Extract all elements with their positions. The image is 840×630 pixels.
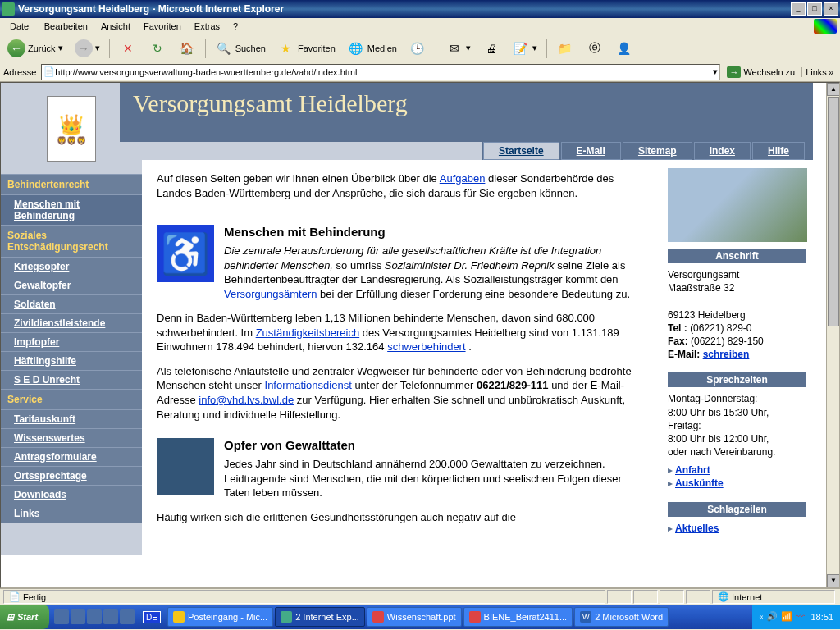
section-head-opfer: Opfer von Gewalttaten xyxy=(157,438,646,452)
home-button[interactable]: 🏠 xyxy=(174,37,200,60)
link-aktuelles[interactable]: Aktuelles xyxy=(675,523,719,534)
link-email-info[interactable]: info@vhd.lvs.bwl.de xyxy=(199,394,294,406)
link-anfahrt[interactable]: Anfahrt xyxy=(675,464,710,476)
nav-antragsformulare[interactable]: Antragsformulare xyxy=(1,447,142,466)
nav-sed-unrecht[interactable]: S E D Unrecht xyxy=(1,370,142,389)
task-outlook[interactable]: Posteingang - Mic... xyxy=(167,607,273,627)
print-button[interactable]: 🖨 xyxy=(478,37,504,60)
edit-button[interactable]: 📝▾ xyxy=(508,37,541,60)
link-email-schreiben[interactable]: schreiben xyxy=(703,349,750,360)
go-button[interactable]: → Wechseln zu xyxy=(724,66,798,78)
favorites-button[interactable]: ★Favoriten xyxy=(273,37,340,60)
restore-button[interactable]: □ xyxy=(807,2,822,16)
link-versorgungsaemtern[interactable]: Versorgungsämtern xyxy=(224,288,317,300)
links-button[interactable]: Links » xyxy=(801,67,837,77)
ql-icon-5[interactable] xyxy=(120,609,135,624)
ql-icon-1[interactable] xyxy=(54,609,69,624)
tab-email[interactable]: E-Mail xyxy=(561,142,621,160)
nav-kriegsopfer[interactable]: Kriegsopfer xyxy=(1,257,142,276)
link-aufgaben[interactable]: Aufgaben xyxy=(440,172,486,185)
menu-favoriten[interactable]: Favoriten xyxy=(137,20,188,33)
media-button[interactable]: 🌐Medien xyxy=(343,37,401,60)
mail-button[interactable]: ✉▾ xyxy=(441,37,475,60)
tray-icon-1[interactable]: 🔊 xyxy=(766,611,778,623)
link-schwerbehindert[interactable]: schwerbehindert xyxy=(387,340,465,353)
nav-menschen-mit-behinderung[interactable]: Menschen mit Behinderung xyxy=(1,194,142,225)
tray-icon-3[interactable]: 〰 xyxy=(796,611,807,623)
stop-button[interactable]: ✕ xyxy=(115,37,141,60)
nav-zivildienstleistende[interactable]: Zivildienstleistende xyxy=(1,313,142,332)
address-input[interactable] xyxy=(55,67,713,77)
history-icon: 🕒 xyxy=(409,39,427,57)
star-icon: ★ xyxy=(277,39,295,57)
menu-datei[interactable]: Datei xyxy=(3,20,38,33)
nav-haeftlingshilfe[interactable]: Häftlingshilfe xyxy=(1,351,142,370)
tray-icon-2[interactable]: 📶 xyxy=(781,611,792,623)
clock[interactable]: 18:51 xyxy=(810,612,833,622)
messenger-icon: 👤 xyxy=(615,39,633,57)
search-icon: 🔍 xyxy=(215,39,233,57)
scroll-up-button[interactable]: ▲ xyxy=(827,83,840,96)
internet-zone-icon: 🌐 xyxy=(718,591,729,602)
tab-hilfe[interactable]: Hilfe xyxy=(752,142,805,160)
nav-soldaten[interactable]: Soldaten xyxy=(1,294,142,313)
menu-extras[interactable]: Extras xyxy=(188,20,226,33)
system-tray: « 🔊 📶 〰 18:51 xyxy=(752,605,840,629)
ql-icon-4[interactable] xyxy=(103,609,118,624)
tb-extra-2[interactable]: ⓔ xyxy=(582,37,608,60)
menu-bar: Datei Bearbeiten Ansicht Favoriten Extra… xyxy=(0,18,840,34)
address-input-wrap[interactable]: 📄 ▾ xyxy=(41,64,720,80)
ie-small-icon: ⓔ xyxy=(586,39,604,57)
tab-sitemap[interactable]: Sitemap xyxy=(623,142,692,160)
minimize-button[interactable]: _ xyxy=(791,2,806,16)
back-arrow-icon: ← xyxy=(7,39,25,57)
tb-extra-3[interactable]: 👤 xyxy=(611,37,637,60)
powerpoint-icon xyxy=(469,611,481,623)
status-panel xyxy=(633,590,658,604)
section1-p3: Als telefonische Anlaufstelle und zentra… xyxy=(157,364,646,422)
stop-icon: ✕ xyxy=(119,39,137,57)
toolbar: ← Zurück ▾ → ▾ ✕ ↻ 🏠 🔍Suchen ★Favoriten … xyxy=(0,34,840,62)
history-button[interactable]: 🕒 xyxy=(404,37,431,60)
forward-button[interactable]: → ▾ xyxy=(71,37,104,60)
taskbar: ⊞ Start DE Posteingang - Mic... 2 Intern… xyxy=(0,605,840,629)
nav-downloads[interactable]: Downloads xyxy=(1,485,142,504)
ql-icon-2[interactable] xyxy=(71,609,85,624)
tab-startseite[interactable]: Startseite xyxy=(483,142,559,160)
section2-p1: Jedes Jahr sind in Deutschland annähernd… xyxy=(157,457,646,500)
chevron-down-icon[interactable]: ▾ xyxy=(713,66,718,77)
language-indicator[interactable]: DE xyxy=(143,611,161,623)
close-button[interactable]: × xyxy=(824,2,838,16)
tray-expand-icon[interactable]: « xyxy=(759,613,763,621)
menu-bearbeiten[interactable]: Bearbeiten xyxy=(38,20,94,33)
refresh-button[interactable]: ↻ xyxy=(144,37,171,60)
tab-index[interactable]: Index xyxy=(694,142,751,160)
tb-extra-1[interactable]: 📁 xyxy=(552,37,578,60)
task-ie[interactable]: 2 Internet Exp... xyxy=(275,607,365,627)
nav-wissenswertes[interactable]: Wissenswertes xyxy=(1,428,142,447)
back-button[interactable]: ← Zurück ▾ xyxy=(3,37,67,60)
nav-tarifauskunft[interactable]: Tarifauskunft xyxy=(1,409,142,428)
link-informationsdienst[interactable]: Informationsdienst xyxy=(265,379,352,391)
link-auskuenfte[interactable]: Auskünfte xyxy=(675,477,724,489)
task-biene[interactable]: BIENE_Beirat2411... xyxy=(463,607,573,627)
ql-icon-3[interactable] xyxy=(87,609,102,624)
building-photo xyxy=(668,168,807,242)
go-arrow-icon: → xyxy=(727,66,741,78)
nav-impfopfer[interactable]: Impfopfer xyxy=(1,332,142,351)
menu-help[interactable]: ? xyxy=(226,20,244,33)
nav-links[interactable]: Links xyxy=(1,504,142,523)
nav-ortssprechtage[interactable]: Ortssprechtage xyxy=(1,466,142,485)
link-zustaendigkeitsbereich[interactable]: Zuständigkeitsbereich xyxy=(256,326,359,339)
task-powerpoint[interactable]: Wissenschaft.ppt xyxy=(367,607,462,627)
menu-ansicht[interactable]: Ansicht xyxy=(94,20,137,33)
scroll-down-button[interactable]: ▼ xyxy=(827,574,840,587)
scroll-thumb[interactable] xyxy=(828,97,839,326)
start-button[interactable]: ⊞ Start xyxy=(0,605,49,629)
section1-p2: Denn in Baden-Württemberg leben 1,13 Mil… xyxy=(157,311,646,354)
search-button[interactable]: 🔍Suchen xyxy=(211,37,270,60)
nav-gewaltopfer[interactable]: Gewaltopfer xyxy=(1,276,142,294)
sidebar: 👑🦁🦁🦁 Behindertenrecht Menschen mit Behin… xyxy=(1,160,142,555)
vertical-scrollbar[interactable]: ▲ ▼ xyxy=(826,83,839,587)
task-word[interactable]: W2 Microsoft Word xyxy=(574,607,669,627)
